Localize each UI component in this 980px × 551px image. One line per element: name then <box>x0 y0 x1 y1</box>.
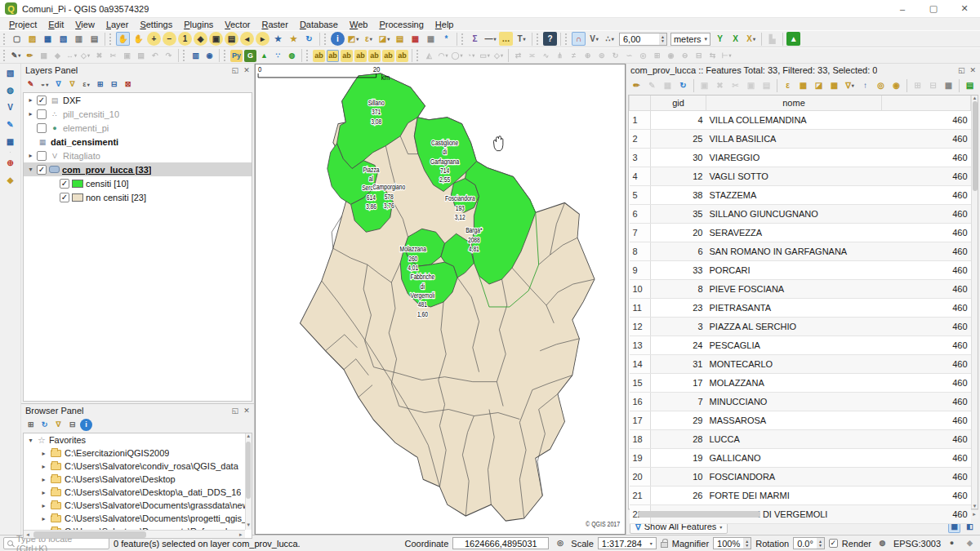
table-row[interactable]: 1324PESCAGLIA460 <box>630 335 971 354</box>
zoom-full[interactable]: ◈ <box>194 32 207 46</box>
filter-legend[interactable]: ∇ <box>52 78 65 91</box>
layer-item-dati-censimenti[interactable]: ▦dati_censimenti <box>24 135 252 149</box>
split-features[interactable]: ⋔ <box>554 50 566 62</box>
table-row[interactable]: 412VAGLI SOTTO460 <box>630 167 971 185</box>
georeferencer[interactable]: ∵ <box>272 50 284 62</box>
expander-icon[interactable]: ▸ <box>27 96 34 104</box>
snapping-units[interactable]: meters▾ <box>670 33 710 46</box>
data-source-manager[interactable]: ▧ <box>3 66 17 80</box>
collapse-all[interactable]: ⊟ <box>108 78 120 91</box>
field-calculator[interactable]: ▦ <box>424 32 438 46</box>
conditional-formatting[interactable]: ▤ <box>963 79 977 93</box>
text-annotation[interactable]: T▾ <box>514 32 528 46</box>
layer-checkbox[interactable]: ✓ <box>60 193 69 202</box>
layer-checkbox[interactable]: ✓ <box>37 109 47 119</box>
header-nome[interactable]: nome <box>706 96 882 110</box>
select-all[interactable]: ▦ <box>796 79 810 93</box>
browser-panel-float-icon[interactable]: ◱ <box>232 407 239 415</box>
toolbar-handle[interactable] <box>416 50 420 61</box>
layer-item-dxf[interactable]: ▸✓▤DXF <box>24 93 252 107</box>
help-contents[interactable]: ? <box>543 32 557 46</box>
render-checkbox[interactable]: ✓ <box>829 539 838 548</box>
table-row[interactable]: 538STAZZEMA460 <box>630 185 971 204</box>
delete-selected-features[interactable]: ✖ <box>713 79 727 93</box>
browser-item[interactable]: ▸C:\EsercitazioniQGIS2009 <box>24 447 252 460</box>
toolbar-handle[interactable] <box>537 33 540 45</box>
vertex-info[interactable]: ▙ <box>765 32 779 46</box>
table-row[interactable]: 933PORCARI460 <box>630 260 971 279</box>
move-label[interactable]: ab <box>368 50 381 62</box>
offset-curve[interactable]: ≍ <box>526 50 538 62</box>
table-row[interactable]: 1517MOLAZZANA460 <box>630 373 971 392</box>
select-by-expression[interactable]: ε▾ <box>362 32 376 46</box>
show-labels[interactable]: ab <box>313 50 325 62</box>
toolbar-handle[interactable] <box>3 33 7 45</box>
new-field[interactable]: ⊞ <box>911 79 924 93</box>
snapping-toggle[interactable]: ∩ <box>572 32 586 46</box>
deselect-all[interactable]: ▦ <box>827 79 841 93</box>
avoid-overlaps[interactable]: X▾ <box>744 32 758 46</box>
menu-plugins[interactable]: Plugins <box>178 20 219 29</box>
move-selection-top[interactable]: ↑ <box>858 79 872 93</box>
zoom-native[interactable]: 1 <box>178 32 192 46</box>
pan-map[interactable]: ✋ <box>116 32 130 46</box>
db-manager[interactable]: ▥ <box>189 50 202 62</box>
delete-ring[interactable]: ⊖ <box>679 50 691 62</box>
coordinate-input[interactable]: 1624666,4895031 <box>452 537 549 549</box>
new-print-layout[interactable]: ▥ <box>72 32 86 46</box>
save-project-as[interactable]: ▧ <box>56 32 70 46</box>
add-part[interactable]: ⊞ <box>651 50 663 62</box>
new-bookmark[interactable]: ★ <box>271 32 285 46</box>
paste-features[interactable]: ▤ <box>760 79 773 93</box>
reverse-line[interactable]: ⇆ <box>706 50 719 62</box>
layers-panel-close-icon[interactable]: ✕ <box>243 66 250 74</box>
collapse-browser[interactable]: ⊟ <box>66 419 78 431</box>
merge-attributes[interactable]: ⊚ <box>595 50 608 62</box>
rotation-spinbox[interactable]: 0.0°▲▼ <box>793 537 825 549</box>
zoom-to-layer[interactable]: ▤ <box>225 32 238 46</box>
current-edits[interactable]: ✎▾ <box>10 50 22 62</box>
layer-item-elementi-pi[interactable]: ✓●elementi_pi <box>24 121 252 135</box>
menu-layer[interactable]: Layer <box>100 20 135 29</box>
layer-item-censiti-10-[interactable]: ✓censiti [10] <box>24 176 252 190</box>
layer-item-non-censiti-23-[interactable]: ✓non censiti [23] <box>24 190 252 204</box>
python-console[interactable]: Py <box>230 50 243 62</box>
pan-to-selection[interactable]: ✋ <box>131 32 145 46</box>
refresh-browser[interactable]: ↻ <box>38 419 51 431</box>
toggle-editing[interactable]: ✏ <box>24 50 36 62</box>
grass-tools[interactable]: G <box>244 50 256 62</box>
label-options[interactable]: ab <box>327 50 339 62</box>
browser-panel-close-icon[interactable]: ✕ <box>243 407 250 415</box>
open-attribute-table[interactable]: ▦ <box>408 32 422 46</box>
topological-editing[interactable]: Y <box>713 32 727 46</box>
copy-features[interactable]: ▣ <box>121 50 133 62</box>
snapping-tolerance[interactable]: 6,00▲▼ <box>619 33 667 46</box>
delete-selected[interactable]: ✖ <box>93 50 105 62</box>
table-row[interactable]: 167MINUCCIANO460 <box>630 392 971 411</box>
save-layer-edits[interactable]: ▦ <box>38 50 50 62</box>
toolbar-handle[interactable] <box>224 50 227 61</box>
expander-icon[interactable]: ▸ <box>40 502 47 509</box>
change-label[interactable]: ab <box>396 50 408 62</box>
table-row[interactable]: 1919GALLICANO460 <box>630 448 971 467</box>
menu-view[interactable]: View <box>69 20 100 29</box>
locator-input[interactable]: Type to locate (Ctrl+K) <box>3 537 109 549</box>
add-selected-layers[interactable]: ⊞ <box>24 419 37 431</box>
toolbar-handle[interactable] <box>109 33 113 45</box>
draw-rectangle[interactable]: ▭▾ <box>479 50 491 62</box>
rotate-label[interactable]: ab <box>382 50 394 62</box>
tracing-toggle[interactable]: ∴▾ <box>603 32 617 46</box>
layer-checkbox[interactable]: ✓ <box>37 165 47 175</box>
menu-edit[interactable]: Edit <box>42 20 69 29</box>
expand-all[interactable]: ⊞ <box>94 78 106 91</box>
maximize-button[interactable]: ▢ <box>918 0 949 17</box>
toolbar-handle[interactable] <box>3 50 7 61</box>
menu-web[interactable]: Web <box>344 20 373 29</box>
toolbar-handle[interactable] <box>306 50 310 61</box>
browser-item[interactable]: ▸C:\Users\Salvatore\condiv_rosa\QGIS_dat… <box>24 460 252 473</box>
browser-item[interactable]: ▸C:\Users\Salvatore\Documents\progetti_q… <box>24 512 252 525</box>
browser-vertical-scrollbar[interactable]: ▲▼ <box>245 433 252 530</box>
undo[interactable]: ↶ <box>149 50 161 62</box>
remove-layer[interactable]: ⊠ <box>122 78 134 91</box>
field-calculator[interactable]: ▦ <box>942 79 956 93</box>
